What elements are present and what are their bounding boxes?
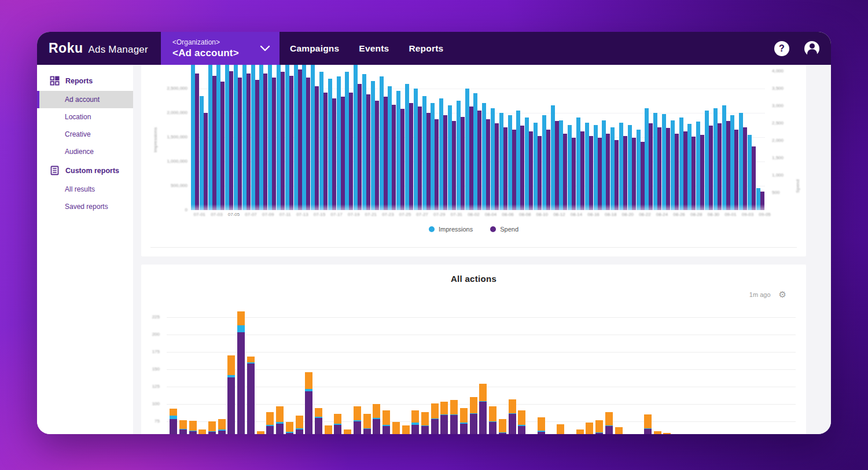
spend-legend-dot [490, 226, 496, 232]
brand-name: Roku [49, 41, 83, 56]
nav-campaigns[interactable]: Campaigns [290, 43, 339, 54]
top-navbar: Roku Ads Manager <Organization> <Ad acco… [37, 32, 831, 65]
ad-account-label: <Ad account> [172, 47, 239, 59]
impressions-legend-dot [429, 226, 435, 232]
left-axis-label: Impressions [153, 127, 158, 152]
account-selector[interactable]: <Organization> <Ad account> [161, 32, 279, 65]
navbar-actions: ? [774, 32, 819, 65]
nav-reports[interactable]: Reports [409, 43, 443, 54]
profile-icon[interactable] [804, 41, 819, 56]
impressions-plot [191, 65, 765, 210]
sidebar-item-ad-account[interactable]: Ad account [37, 91, 133, 108]
top-chart-xticks: 07-0107-0307-0507-0707-0907-1107-1307-15… [191, 212, 765, 219]
main-content: Impressions 0500,0001,000,0001,500,0002,… [133, 65, 831, 434]
all-actions-title: All actions [141, 274, 806, 284]
actions-plot [167, 311, 796, 434]
document-icon [50, 166, 60, 175]
right-axis-label: Spend [795, 179, 800, 193]
sidebar-item-saved-reports[interactable]: Saved reports [37, 198, 133, 215]
chevron-down-icon [260, 45, 270, 52]
chart-legend: Impressions Spend [141, 226, 806, 233]
sidebar-section-custom-reports: Custom reports [37, 160, 133, 181]
card-divider [150, 247, 797, 248]
sidebar-item-creative[interactable]: Creative [37, 126, 133, 143]
sidebar-item-location[interactable]: Location [37, 108, 133, 126]
sidebar: Reports Ad account Location Creative Aud… [37, 65, 133, 434]
legend-item-impressions: Impressions [429, 226, 473, 233]
impressions-spend-card: Impressions 0500,0001,000,0001,500,0002,… [141, 65, 806, 256]
sidebar-section-reports: Reports [37, 71, 133, 91]
roku-logo: Roku Ads Manager [37, 41, 161, 56]
gear-icon[interactable]: ⚙ [779, 290, 786, 299]
primary-nav: Campaigns Events Reports [290, 43, 443, 54]
actions-chart-yticks: 75100125150175200225 [141, 311, 162, 434]
card-meta: 1m ago ⚙ [749, 290, 786, 299]
all-actions-card: All actions 1m ago ⚙ 7510012515017520022… [141, 265, 806, 434]
grid-icon [50, 76, 60, 86]
sidebar-item-audience[interactable]: Audience [37, 143, 133, 160]
sidebar-section-label: Reports [65, 77, 93, 85]
sidebar-section-label: Custom reports [65, 167, 119, 175]
help-icon[interactable]: ? [774, 41, 789, 56]
nav-events[interactable]: Events [359, 43, 389, 54]
sidebar-item-all-results[interactable]: All results [37, 181, 133, 198]
brand-suffix: Ads Manager [89, 44, 148, 56]
organization-label: <Organization> [172, 38, 239, 46]
legend-item-spend: Spend [490, 226, 518, 233]
last-updated-label: 1m ago [749, 291, 771, 298]
app-window: Roku Ads Manager <Organization> <Ad acco… [37, 32, 831, 434]
